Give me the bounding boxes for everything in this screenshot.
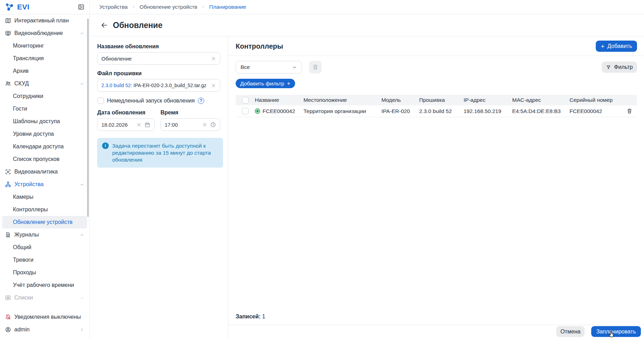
controllers-table: Название Местоположение Модель Прошивка … [236, 95, 637, 117]
sidebar-item-devices[interactable]: Устройства [2, 178, 87, 191]
sidebar-item-cameras[interactable]: Камеры [2, 191, 87, 203]
people-icon [5, 80, 11, 87]
cancel-button[interactable]: Отмена [556, 326, 585, 337]
chevron-up-icon [80, 31, 84, 36]
cell-location: Территория организации [300, 108, 378, 114]
app-root: EVI Интерактивный план Видеонаблюдение М… [0, 0, 644, 338]
update-name-input[interactable]: Обновление [97, 52, 220, 65]
clock-icon[interactable] [210, 122, 216, 128]
table-row[interactable]: FCEE000042 Территория организации IPA-ER… [236, 105, 637, 117]
cell-firmware: 2.3.0 build 52 [416, 108, 460, 114]
sidebar-item-alarms[interactable]: Тревоги [2, 254, 87, 266]
sidebar-nav: Интерактивный план Видеонаблюдение Монит… [0, 14, 89, 307]
controllers-title: Контроллеры [236, 42, 283, 50]
collapse-sidebar-icon[interactable] [78, 3, 85, 10]
sidebar-item-access-calendars[interactable]: Календари доступа [2, 140, 87, 153]
sidebar-item-guests[interactable]: Гости [2, 103, 87, 115]
sidebar-item-monitoring[interactable]: Мониторинг [2, 40, 87, 52]
sidebar-item-lists[interactable]: Списки [2, 291, 87, 304]
col-serial: Серийный номер [566, 97, 622, 103]
chevron-up-icon [80, 82, 84, 86]
logo-icon [5, 3, 14, 11]
col-mac: MAC-адрес [509, 97, 566, 103]
sidebar-footer: Уведомления выключены admin [0, 311, 89, 336]
clear-icon[interactable] [211, 83, 216, 88]
notifications-toggle[interactable]: Уведомления выключены [2, 311, 87, 323]
update-name-label: Название обновления [97, 43, 220, 50]
sidebar-item-access-levels[interactable]: Уровни доступа [2, 128, 87, 140]
sidebar-item-controllers[interactable]: Контроллеры [2, 203, 87, 216]
sidebar-item-acs[interactable]: СКУД [2, 77, 87, 90]
sidebar-item-passages[interactable]: Проходы [2, 266, 87, 279]
back-arrow-icon[interactable] [100, 21, 108, 29]
schedule-button[interactable]: Запланировать [591, 326, 641, 337]
sidebar-item-interactive-plan[interactable]: Интерактивный план [2, 14, 87, 27]
sidebar-item-employees[interactable]: Сотрудники [2, 90, 87, 103]
select-all-checkbox[interactable] [242, 97, 249, 104]
sidebar-item-broadcast[interactable]: Трансляция [2, 52, 87, 65]
video-wall-icon [5, 30, 11, 36]
app-logo[interactable]: EVI [5, 3, 29, 11]
sidebar-item-access-templates[interactable]: Шаблоны доступа [2, 115, 87, 128]
breadcrumb-devices[interactable]: Устройства [99, 4, 128, 10]
calendar-icon[interactable] [144, 122, 150, 128]
firmware-file-input[interactable]: 2.3.0 build 52: IPA-ER-020-2.3.0_build_5… [97, 79, 220, 92]
sidebar-scrollbar[interactable] [87, 19, 89, 217]
add-filter-button[interactable]: Добавить фильтр + [236, 79, 295, 88]
page-header: Обновление [90, 14, 644, 36]
sidebar-item-archive[interactable]: Архив [2, 65, 87, 77]
immediate-start-row: Немедленный запуск обновления ? [97, 97, 220, 104]
sidebar-item-video[interactable]: Видеонаблюдение [2, 27, 87, 40]
cell-serial: FCEE000042 [566, 108, 622, 114]
firmware-file-name: IPA-ER-020-2.3.0_build_52.tar.gz [132, 83, 206, 88]
sitemap-icon [5, 181, 11, 188]
clear-icon[interactable] [136, 122, 142, 127]
add-controller-button[interactable]: + Добавить [596, 41, 637, 52]
sidebar-item-time-tracking[interactable]: Учёт рабочего времени [2, 279, 87, 291]
cell-ip: 192.168.50.219 [460, 108, 509, 114]
col-ip: IP-адрес [460, 97, 509, 103]
logo-text: EVI [17, 3, 29, 11]
trash-icon [312, 64, 319, 70]
sidebar-item-journals[interactable]: Журналы [2, 228, 87, 241]
sidebar-item-device-update[interactable]: Обновление устройств [2, 216, 87, 228]
sidebar-item-general[interactable]: Общий [2, 241, 87, 254]
page-title: Обновление [113, 21, 163, 30]
cell-model: IPA-ER-020 [378, 108, 416, 114]
records-count: Записей: 1 [236, 314, 265, 320]
chevron-up-icon [80, 233, 84, 237]
row-checkbox[interactable] [242, 108, 249, 114]
immediate-start-checkbox[interactable] [97, 97, 104, 104]
sidebar-item-pass-list[interactable]: Список пропусков [2, 153, 87, 166]
controllers-filter-select[interactable]: Все [236, 61, 302, 73]
funnel-icon [606, 65, 611, 70]
main-area: Устройства Обновление устройств Планиров… [90, 0, 644, 338]
delete-selected-button[interactable] [309, 61, 322, 73]
plus-icon: + [287, 80, 291, 86]
user-icon [5, 326, 11, 333]
scan-icon [5, 169, 11, 175]
clear-icon[interactable] [211, 56, 216, 61]
row-trash-icon[interactable] [627, 108, 632, 114]
chevron-up-icon [80, 182, 84, 187]
update-date-label: Дата обновления [97, 110, 155, 116]
info-icon: i [102, 142, 109, 149]
filter-button[interactable]: Фильтр [602, 62, 637, 73]
update-time-input[interactable]: 17:00 [160, 118, 220, 131]
breadcrumb-separator-icon [131, 5, 136, 9]
table-header-row: Название Местоположение Модель Прошивка … [236, 95, 637, 105]
col-name: Название [251, 97, 300, 103]
sidebar-item-video-analytics[interactable]: Видеоаналитика [2, 166, 87, 178]
chevron-up-icon [80, 296, 84, 300]
update-form-panel: Название обновления Обновление Файл прош… [90, 37, 228, 338]
sidebar: EVI Интерактивный план Видеонаблюдение М… [0, 0, 90, 338]
help-icon[interactable]: ? [198, 98, 204, 104]
user-menu[interactable]: admin [2, 323, 87, 336]
clear-icon[interactable] [202, 122, 207, 127]
firmware-version-link[interactable]: 2.3.0 build 52: [101, 83, 132, 88]
chevron-right-icon [80, 328, 84, 332]
breadcrumb-device-update[interactable]: Обновление устройств [139, 4, 197, 10]
info-banner: i Задача перестанет быть доступной к ред… [97, 138, 223, 168]
update-date-input[interactable]: 18.02.2026 [97, 118, 155, 131]
col-location: Местоположение [300, 97, 378, 103]
